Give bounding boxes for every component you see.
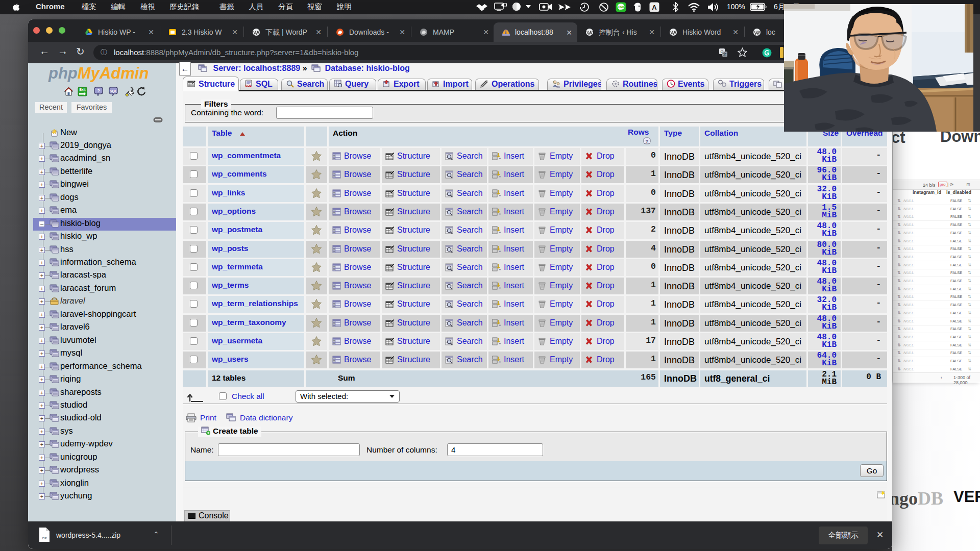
svg-text:ZIP: ZIP — [42, 537, 46, 540]
svg-text:LINE: LINE — [618, 6, 624, 9]
svg-text:A: A — [652, 4, 657, 11]
svg-text:?: ? — [646, 139, 649, 144]
svg-text:Exit: Exit — [80, 88, 86, 91]
svg-text:SQL: SQL — [110, 89, 117, 93]
svg-text:SQL: SQL — [246, 84, 252, 87]
svg-text:文: 文 — [723, 52, 727, 57]
svg-text:?: ? — [97, 88, 100, 93]
